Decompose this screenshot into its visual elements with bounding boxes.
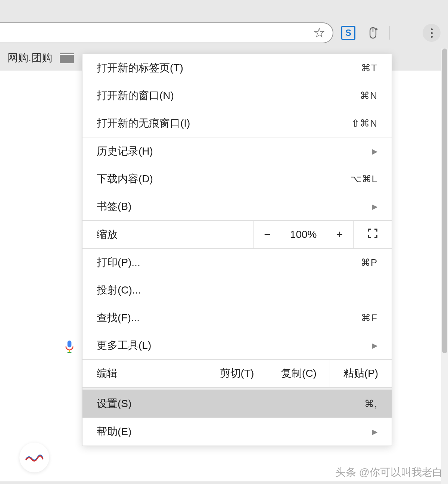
toolbar-divider	[389, 26, 390, 40]
menu-help[interactable]: 帮助(E) ▶	[83, 418, 392, 446]
menu-shortcut: ⌘,	[364, 398, 377, 410]
menu-shortcut: ⇧⌘N	[351, 118, 377, 129]
bookmark-shopping[interactable]: 网购.团购	[7, 51, 52, 65]
star-icon[interactable]: ☆	[313, 25, 325, 41]
svg-rect-5	[68, 341, 72, 348]
mouse-icon[interactable]	[365, 25, 381, 41]
svg-point-2	[376, 29, 377, 30]
more-menu-button[interactable]	[423, 24, 441, 42]
edit-label: 编辑	[83, 360, 206, 387]
menu-print[interactable]: 打印(P)... ⌘P	[83, 249, 392, 276]
menu-zoom-row: 缩放 − 100% +	[83, 220, 392, 249]
menu-label: 历史记录(H)	[97, 144, 153, 158]
main-menu-dropdown: 打开新的标签页(T) ⌘T 打开新的窗口(N) ⌘N 打开新的无痕窗口(I) ⇧…	[82, 54, 392, 446]
paste-button[interactable]: 粘贴(P)	[330, 360, 392, 387]
menu-label: 更多工具(L)	[97, 338, 151, 353]
menu-shortcut: ⌘T	[361, 62, 377, 74]
menu-label: 投射(C)...	[97, 283, 141, 297]
toolbar-icons: S	[340, 24, 441, 42]
menu-new-window[interactable]: 打开新的窗口(N) ⌘N	[83, 82, 392, 109]
app-round-icon[interactable]	[19, 443, 49, 472]
scrollbar[interactable]	[441, 49, 448, 484]
menu-label: 打开新的无痕窗口(I)	[97, 116, 190, 130]
menu-shortcut: ⌘F	[361, 312, 377, 324]
cloud-search-icon[interactable]	[398, 25, 414, 41]
menu-label: 打开新的标签页(T)	[97, 61, 183, 75]
menu-label: 下载内容(D)	[97, 172, 153, 186]
copy-button[interactable]: 复制(C)	[268, 360, 330, 387]
menu-label: 帮助(E)	[97, 425, 131, 439]
folder-icon[interactable]	[60, 53, 74, 63]
menu-label: 打印(P)...	[97, 255, 140, 270]
menu-downloads[interactable]: 下载内容(D) ⌥⌘L	[83, 165, 392, 193]
menu-shortcut: ⌥⌘L	[350, 173, 377, 185]
chevron-right-icon: ▶	[372, 147, 377, 156]
menu-history[interactable]: 历史记录(H) ▶	[83, 137, 392, 165]
chevron-right-icon: ▶	[372, 202, 377, 211]
menu-edit-row: 编辑 剪切(T) 复制(C) 粘贴(P)	[83, 359, 392, 388]
microphone-icon[interactable]	[63, 339, 75, 356]
address-bar[interactable]: ☆	[0, 22, 333, 43]
menu-shortcut: ⌘P	[361, 257, 377, 269]
menu-label: 书签(B)	[97, 199, 131, 214]
sogou-extension-icon[interactable]: S	[340, 25, 357, 41]
menu-cast[interactable]: 投射(C)...	[83, 276, 392, 304]
menu-new-tab[interactable]: 打开新的标签页(T) ⌘T	[83, 54, 392, 82]
zoom-controls: − 100% +	[253, 221, 353, 248]
menu-find[interactable]: 查找(F)... ⌘F	[83, 304, 392, 332]
menu-label: 设置(S)	[97, 397, 131, 411]
menu-new-incognito[interactable]: 打开新的无痕窗口(I) ⇧⌘N	[83, 109, 392, 137]
menu-shortcut: ⌘N	[360, 90, 377, 102]
address-bar-row: ☆ S	[0, 22, 448, 43]
menu-label: 查找(F)...	[97, 311, 140, 325]
menu-label: 打开新的窗口(N)	[97, 89, 174, 103]
zoom-label: 缩放	[83, 221, 253, 248]
menu-more-tools[interactable]: 更多工具(L) ▶	[83, 332, 392, 359]
fullscreen-icon	[367, 228, 378, 242]
menu-settings[interactable]: 设置(S) ⌘,	[83, 390, 392, 418]
menu-bookmarks[interactable]: 书签(B) ▶	[83, 193, 392, 220]
scrollbar-thumb[interactable]	[442, 49, 447, 353]
chevron-right-icon: ▶	[372, 341, 377, 350]
cut-button[interactable]: 剪切(T)	[206, 360, 268, 387]
zoom-value: 100%	[281, 222, 326, 247]
zoom-in-button[interactable]: +	[326, 221, 353, 248]
chevron-right-icon: ▶	[372, 427, 377, 436]
fullscreen-button[interactable]	[353, 221, 392, 248]
zoom-out-button[interactable]: −	[253, 221, 281, 248]
